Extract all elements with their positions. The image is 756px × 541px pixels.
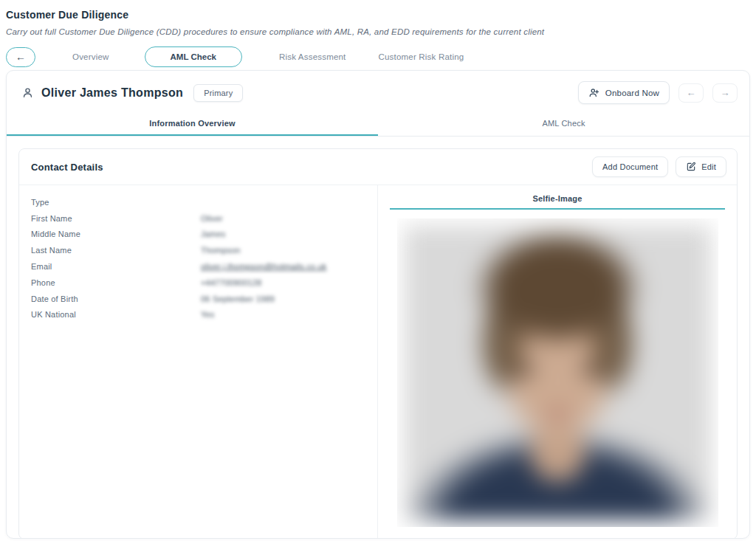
field-label: First Name [31, 214, 201, 223]
contact-details-title: Contact Details [31, 162, 103, 173]
field-label: Email [31, 262, 201, 271]
tab-aml-check[interactable]: AML Check [378, 113, 749, 136]
edit-button[interactable]: Edit [676, 156, 726, 177]
onboard-now-button[interactable]: Onboard Now [578, 81, 670, 104]
field-row-phone: Phone +447700900128 [31, 275, 365, 291]
field-row-date-of-birth: Date of Birth 06 September 1989 [31, 291, 365, 307]
field-label: UK National [31, 310, 201, 319]
add-document-label: Add Document [602, 162, 658, 171]
nav-tab-overview[interactable]: Overview [56, 47, 126, 66]
field-value-redacted: Yes [201, 310, 215, 319]
arrow-right-icon: → [721, 87, 730, 98]
add-document-button[interactable]: Add Document [592, 156, 668, 177]
detail-tab-bar: Information Overview AML Check [7, 113, 749, 137]
onboard-now-label: Onboard Now [605, 89, 659, 97]
selfie-image-blurred-portrait [405, 226, 711, 520]
page-subtitle: Carry out full Customer Due Diligence (C… [6, 27, 749, 36]
primary-badge: Primary [193, 84, 243, 102]
nav-tab-risk-assessment[interactable]: Risk Assessment [263, 47, 362, 66]
field-value-redacted: +447700900128 [201, 278, 261, 287]
contact-details-card: Contact Details Add Document Edit [18, 148, 738, 539]
edit-label: Edit [701, 162, 716, 171]
client-name: Oliver James Thompson [41, 86, 183, 100]
arrow-left-icon: ← [687, 87, 696, 98]
field-value-redacted: James [201, 230, 225, 238]
nav-tab-aml-check[interactable]: AML Check [145, 46, 242, 67]
back-button[interactable]: ← [6, 47, 35, 67]
contact-actions: Add Document Edit [592, 156, 726, 177]
contact-fields: Type First Name Oliver Middle Name James… [19, 185, 378, 539]
person-icon [21, 86, 34, 99]
field-value-redacted: Oliver [201, 214, 223, 223]
back-arrow-icon: ← [16, 51, 26, 63]
field-row-uk-national: UK National Yes [31, 307, 365, 323]
next-client-button[interactable]: → [712, 83, 738, 103]
field-label: Last Name [31, 246, 201, 255]
field-label: Phone [31, 278, 201, 287]
previous-client-button[interactable]: ← [678, 83, 704, 103]
field-label: Date of Birth [31, 294, 201, 303]
selfie-section: Selfie-Image [378, 185, 737, 539]
field-row-middle-name: Middle Name James [31, 227, 365, 243]
client-card: Oliver James Thompson Primary Onboard No… [6, 70, 750, 539]
field-value-email-redacted[interactable]: oliver.j.thompson@hotmails.co.uk [201, 262, 326, 271]
person-add-icon [588, 87, 599, 98]
nav-tab-customer-risk-rating[interactable]: Customer Risk Rating [362, 47, 481, 66]
client-actions: Onboard Now ← → [578, 81, 738, 104]
page-title: Customer Due Diligence [6, 9, 749, 21]
field-label: Middle Name [31, 230, 201, 238]
selfie-image [397, 218, 718, 527]
tab-information-overview[interactable]: Information Overview [7, 113, 378, 136]
field-row-first-name: First Name Oliver [31, 210, 365, 227]
field-label: Type [31, 198, 201, 207]
field-row-last-name: Last Name Thompson [31, 242, 365, 258]
edit-icon [686, 162, 696, 172]
field-row-email: Email oliver.j.thompson@hotmails.co.uk [31, 258, 365, 275]
field-value-redacted: 06 September 1989 [201, 294, 275, 303]
selfie-image-title: Selfie-Image [390, 194, 725, 210]
contact-body: Type First Name Oliver Middle Name James… [19, 185, 737, 539]
top-nav: ← Overview AML Check Risk Assessment Cus… [6, 46, 756, 67]
field-row-type: Type [31, 194, 365, 210]
page-header: Customer Due Diligence Carry out full Cu… [0, 0, 756, 36]
client-header: Oliver James Thompson Primary Onboard No… [7, 71, 749, 113]
contact-details-header: Contact Details Add Document Edit [19, 149, 737, 185]
field-value-redacted: Thompson [201, 246, 241, 255]
